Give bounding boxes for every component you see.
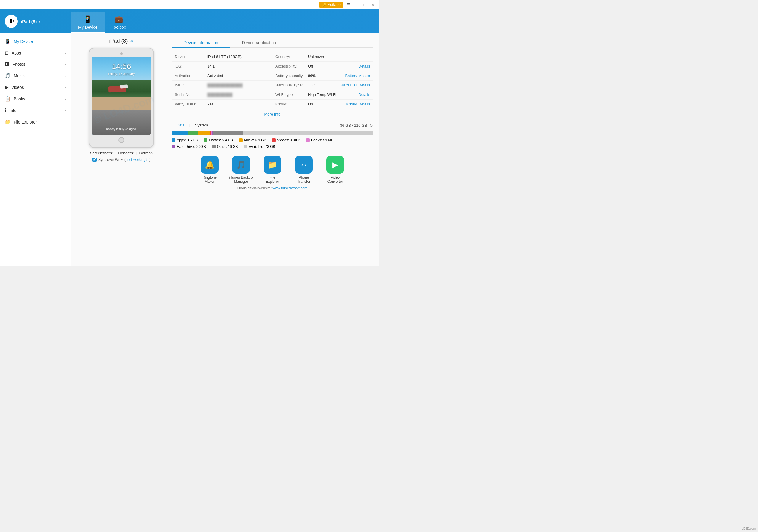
reboot-dropdown-icon: ▾	[131, 151, 133, 155]
close-button[interactable]: ✕	[369, 1, 377, 8]
menu-button[interactable]: ☰	[345, 1, 352, 8]
storage-tab-data[interactable]: Data	[172, 122, 189, 129]
refresh-button[interactable]: Refresh	[139, 151, 153, 155]
storage-refresh-icon[interactable]: ↻	[369, 123, 373, 128]
tools-section: 🔔Ringtone Maker🎵iTunes Backup Manager📁Fi…	[172, 153, 373, 184]
tool-phone-transfer[interactable]: ↔Phone Transfer	[291, 156, 317, 184]
wifi-not-working-link[interactable]: not working?	[127, 158, 148, 162]
tool-icon-video-converter: ▶	[326, 156, 344, 174]
device-panel: iPad (8) ✏	[77, 38, 373, 193]
window-controls: 🔑 Activate ☰ ─ □ ✕	[319, 1, 377, 8]
main-layout: 📱 My Device ⊞ Apps › 🖼 Photos › 🎵 Music …	[0, 33, 379, 266]
sidebar-item-apps[interactable]: ⊞ Apps ›	[0, 47, 71, 59]
sidebar: 📱 My Device ⊞ Apps › 🖼 Photos › 🎵 Music …	[0, 33, 71, 266]
device-title-row: iPad (8) ✏	[109, 38, 133, 44]
books-chevron-icon: ›	[65, 97, 66, 101]
legend-dot-books	[306, 138, 310, 142]
my-device-icon: 📱	[5, 39, 11, 44]
reboot-button[interactable]: Reboot ▾	[118, 151, 133, 155]
screenshot-button[interactable]: Screenshot ▾	[90, 151, 113, 155]
device-field-value: iPad 6 LTE (128GB)	[207, 54, 269, 59]
wifi-details-link[interactable]: Details	[358, 92, 370, 97]
info-column-left: Device: iPad 6 LTE (128GB) iOS: 14.1 Act…	[172, 52, 272, 109]
more-info-label: More Info	[264, 112, 281, 117]
activation-field-value: Activated	[207, 73, 269, 78]
legend-text-apps: Apps: 8.5 GB	[177, 138, 198, 142]
sidebar-item-my-device[interactable]: 📱 My Device	[0, 36, 71, 47]
sidebar-item-info[interactable]: ℹ Info ›	[0, 105, 71, 116]
legend-text-books: Books: 59 MB	[311, 138, 333, 142]
legend-dot-music	[239, 138, 243, 142]
wifi-sync-checkbox[interactable]	[92, 158, 96, 162]
sidebar-item-videos[interactable]: ▶ Videos ›	[0, 82, 71, 93]
sidebar-music-label: Music	[14, 73, 62, 78]
tool-label-file-explorer: File Explorer	[266, 175, 279, 184]
edit-name-icon[interactable]: ✏	[130, 39, 134, 44]
serial-field-value: ██████████	[207, 93, 269, 97]
info-row-imei: IMEI: ██████████████	[172, 81, 272, 90]
toolbox-tab-icon: 💼	[115, 16, 123, 23]
sidebar-item-books[interactable]: 📋 Books ›	[0, 93, 71, 105]
tool-label-ringtone-maker: Ringtone Maker	[202, 175, 217, 184]
info-row-serial: Serial No.: ██████████	[172, 90, 272, 99]
screen-battery-text: Battery is fully charged.	[106, 127, 137, 131]
sidebar-file-explorer-label: File Explorer	[14, 120, 66, 124]
harddisk-details-link[interactable]: Hard Disk Details	[340, 83, 370, 88]
ipad-frame: 14:56 Friday, 15 January Battery is full…	[89, 48, 154, 148]
legend-dot-apps	[172, 138, 175, 142]
footer-link[interactable]: www.thinkskysoft.com	[273, 186, 307, 190]
imei-field-value: ██████████████	[207, 83, 269, 88]
tab-device-information[interactable]: Device Information	[172, 38, 230, 48]
header-device-name[interactable]: iPad (8) ▼	[21, 19, 41, 24]
device-display-panel: iPad (8) ✏	[77, 38, 166, 193]
icloud-field-value: On	[308, 102, 345, 106]
icloud-field-label: iCloud:	[275, 102, 308, 106]
legend-item-music: Music: 6.9 GB	[239, 138, 266, 142]
content-area: iPad (8) ✏	[71, 33, 379, 266]
storage-legend: Apps: 8.5 GBPhotos: 5.4 GBMusic: 6.9 GBV…	[172, 138, 373, 149]
tool-icon-ringtone-maker: 🔔	[201, 156, 219, 174]
tool-video-converter[interactable]: ▶Video Converter	[322, 156, 349, 184]
maximize-button[interactable]: □	[361, 1, 368, 8]
accessibility-details-link[interactable]: Details	[358, 64, 370, 68]
more-info-button[interactable]: More Info	[172, 109, 373, 119]
header: 👁 iPad (8) ▼ 📱 My Device 💼 Toolbox	[0, 10, 379, 33]
info-row-ios: iOS: 14.1	[172, 62, 272, 71]
dropdown-arrow-icon: ▼	[38, 20, 41, 23]
wifi-suffix: )	[149, 158, 151, 162]
legend-dot-hard-drive	[172, 145, 175, 148]
legend-item-photos: Photos: 5.4 GB	[204, 138, 233, 142]
info-row-udid: Verify UDID: Yes	[172, 99, 272, 109]
legend-item-apps: Apps: 8.5 GB	[172, 138, 198, 142]
tab-toolbox[interactable]: 💼 Toolbox	[105, 13, 133, 33]
serial-field-label: Serial No.:	[175, 92, 207, 97]
key-icon: 🔑	[322, 3, 327, 7]
storage-tabs: Data | System	[172, 122, 213, 129]
activate-label: Activate	[328, 3, 340, 7]
sidebar-item-photos[interactable]: 🖼 Photos ›	[0, 59, 71, 70]
icloud-details-link[interactable]: iCloud Details	[346, 102, 370, 106]
my-device-tab-label: My Device	[78, 25, 97, 30]
activate-button[interactable]: 🔑 Activate	[319, 2, 343, 8]
legend-dot-photos	[204, 138, 207, 142]
tool-label-itunes-backup-manager: iTunes Backup Manager	[229, 175, 253, 184]
tab-my-device[interactable]: 📱 My Device	[71, 13, 105, 33]
bar-segment-apps	[172, 131, 188, 135]
battery-master-link[interactable]: Battery Master	[345, 73, 370, 78]
tool-file-explorer[interactable]: 📁File Explorer	[259, 156, 286, 184]
footer-text: iTools official website:	[237, 186, 273, 190]
sidebar-item-file-explorer[interactable]: 📁 File Explorer	[0, 116, 71, 128]
imei-field-label: IMEI:	[175, 83, 207, 88]
minimize-button[interactable]: ─	[353, 1, 360, 8]
tab-device-verification[interactable]: Device Verification	[230, 38, 288, 48]
info-row-wifi: Wi-Fi type: High Temp Wi-Fi Details	[272, 90, 373, 99]
sidebar-item-music[interactable]: 🎵 Music ›	[0, 70, 71, 82]
ios-field-value: 14.1	[207, 64, 269, 68]
tool-ringtone-maker[interactable]: 🔔Ringtone Maker	[196, 156, 223, 184]
screen-date: Friday, 15 January	[108, 72, 135, 76]
storage-tab-system[interactable]: System	[190, 122, 213, 129]
battery-field-value: 86%	[308, 73, 343, 78]
title-bar: 🔑 Activate ☰ ─ □ ✕	[0, 0, 379, 10]
tool-itunes-backup-manager[interactable]: 🎵iTunes Backup Manager	[228, 156, 254, 184]
accessibility-field-label: Accessibility:	[275, 64, 308, 68]
